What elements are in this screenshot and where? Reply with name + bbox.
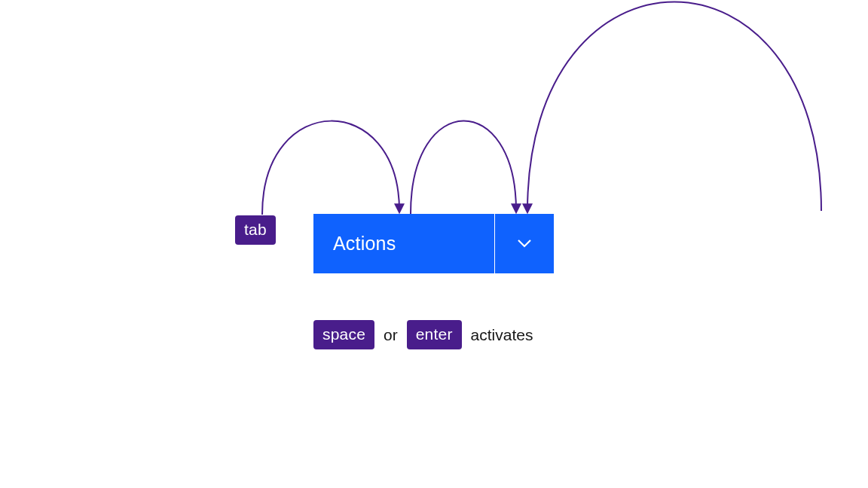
actions-button-chevron[interactable] bbox=[495, 214, 554, 273]
keyboard-interaction-diagram: tab Actions space or enter activates bbox=[0, 0, 868, 488]
key-enter: enter bbox=[407, 320, 462, 349]
actions-button-main[interactable]: Actions bbox=[313, 214, 494, 273]
key-space: space bbox=[313, 320, 374, 349]
actions-button-label: Actions bbox=[333, 233, 396, 255]
key-tab: tab bbox=[235, 215, 276, 245]
actions-split-button[interactable]: Actions bbox=[313, 214, 554, 273]
activation-instruction: space or enter activates bbox=[313, 320, 533, 349]
arc-actions-to-chevron bbox=[411, 120, 516, 214]
instruction-activates: activates bbox=[471, 326, 533, 344]
chevron-down-icon bbox=[517, 237, 532, 251]
arc-tab-to-actions bbox=[262, 121, 399, 215]
instruction-or: or bbox=[384, 326, 398, 344]
arc-chevron-to-next bbox=[527, 2, 821, 212]
